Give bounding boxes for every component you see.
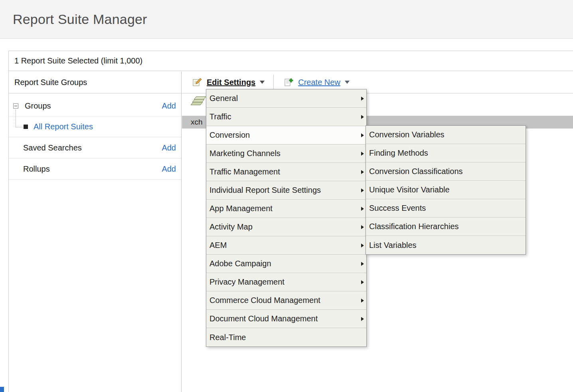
submenu-item-label: List Variables	[369, 241, 417, 250]
menu-item-label: Traffic	[209, 112, 231, 121]
submenu-item-label: Classification Hierarchies	[369, 222, 459, 231]
report-suite-name: xch	[191, 118, 203, 127]
menu-item-label: AEM	[209, 241, 227, 250]
submenu-item-label: Finding Methods	[369, 148, 428, 158]
menu-item-individual-report-suite-settings[interactable]: Individual Report Suite Settings	[206, 181, 366, 200]
create-new-icon	[284, 78, 293, 87]
menu-item-commerce-cloud-management[interactable]: Commerce Cloud Management	[206, 291, 366, 310]
report-suite-stack-icon	[190, 96, 207, 107]
menu-item-traffic[interactable]: Traffic	[206, 108, 366, 126]
submenu-arrow-icon	[361, 188, 364, 192]
submenu-item-conversion-variables[interactable]: Conversion Variables	[366, 126, 526, 144]
menu-item-label: Traffic Management	[209, 167, 280, 176]
menu-item-marketing-channels[interactable]: Marketing Channels	[206, 145, 366, 163]
menu-item-label: Privacy Management	[209, 277, 285, 287]
menu-item-traffic-management[interactable]: Traffic Management	[206, 163, 366, 181]
sidebar-row-rollups: Rollups Add	[9, 158, 181, 180]
edit-settings-button[interactable]: Edit Settings	[193, 78, 265, 87]
menu-item-label: Marketing Channels	[209, 149, 281, 158]
menu-item-activity-map[interactable]: Activity Map	[206, 218, 366, 236]
menu-item-label: Activity Map	[209, 222, 253, 232]
create-new-button[interactable]: Create New	[284, 78, 350, 87]
app-header: Report Suite Manager	[0, 0, 573, 39]
all-report-suites-link[interactable]: All Report Suites	[34, 122, 93, 131]
submenu-item-label: Success Events	[369, 204, 426, 213]
submenu-arrow-icon	[361, 207, 364, 211]
create-new-label: Create New	[298, 78, 340, 87]
submenu-arrow-icon	[361, 244, 364, 247]
conversion-submenu: Conversion Variables Finding Methods Con…	[366, 125, 526, 255]
menu-item-label: General	[209, 94, 238, 103]
submenu-arrow-icon	[361, 97, 364, 101]
sidebar-row-saved-searches: Saved Searches Add	[9, 137, 181, 158]
menu-item-label: Real-Time	[209, 333, 246, 342]
sidebar-header-label: Report Suite Groups	[14, 78, 87, 87]
submenu-item-conversion-classifications[interactable]: Conversion Classifications	[366, 162, 526, 181]
submenu-arrow-icon	[361, 170, 364, 174]
submenu-arrow-icon	[361, 317, 364, 321]
menu-item-document-cloud-management[interactable]: Document Cloud Management	[206, 310, 366, 328]
add-saved-search-link[interactable]: Add	[162, 143, 176, 152]
submenu-arrow-icon	[361, 299, 364, 303]
selection-status-bar: 1 Report Suite Selected (limit 1,000)	[9, 51, 573, 71]
submenu-arrow-icon	[361, 115, 364, 119]
groups-label: Groups	[25, 101, 51, 111]
submenu-item-success-events[interactable]: Success Events	[366, 199, 526, 218]
page-title: Report Suite Manager	[13, 12, 147, 27]
submenu-arrow-icon	[361, 152, 364, 156]
submenu-item-classification-hierarchies[interactable]: Classification Hierarchies	[366, 218, 526, 236]
menu-item-label: Conversion	[209, 131, 250, 140]
edit-settings-menu: General Traffic Conversion Marketing Cha…	[206, 89, 367, 347]
menu-item-real-time[interactable]: Real-Time	[206, 328, 366, 346]
submenu-arrow-icon	[361, 225, 364, 229]
submenu-item-label: Conversion Variables	[369, 130, 445, 139]
cropped-blue-element	[0, 387, 4, 392]
add-group-link[interactable]: Add	[162, 101, 176, 111]
menu-item-privacy-management[interactable]: Privacy Management	[206, 273, 366, 291]
edit-settings-label: Edit Settings	[207, 78, 255, 87]
add-rollup-link[interactable]: Add	[162, 164, 176, 174]
menu-item-app-management[interactable]: App Management	[206, 200, 366, 218]
submenu-item-finding-methods[interactable]: Finding Methods	[366, 144, 526, 162]
menu-item-label: Commerce Cloud Management	[209, 296, 320, 305]
sidebar-row-all-report-suites[interactable]: All Report Suites	[9, 117, 181, 137]
tree-node-icon	[24, 125, 28, 129]
report-suite-groups-sidebar: Report Suite Groups Groups Add All Repor…	[9, 71, 182, 392]
menu-item-label: Individual Report Suite Settings	[209, 186, 321, 195]
menu-item-label: Document Cloud Management	[209, 314, 318, 323]
selection-status-text: 1 Report Suite Selected (limit 1,000)	[14, 56, 142, 65]
submenu-item-list-variables[interactable]: List Variables	[366, 236, 526, 254]
menu-item-aem[interactable]: AEM	[206, 236, 366, 255]
submenu-item-unique-visitor-variable[interactable]: Unique Visitor Variable	[366, 181, 526, 199]
sidebar-row-groups: Groups Add	[9, 96, 181, 117]
submenu-item-label: Unique Visitor Variable	[369, 185, 450, 194]
menu-item-adobe-campaign[interactable]: Adobe Campaign	[206, 255, 366, 273]
submenu-arrow-icon	[361, 280, 364, 284]
menu-item-label: App Management	[209, 204, 273, 213]
create-new-caret-icon	[345, 81, 350, 84]
submenu-arrow-icon	[361, 133, 364, 137]
sidebar-header: Report Suite Groups	[9, 71, 181, 93]
edit-settings-icon	[193, 78, 202, 87]
menu-item-conversion[interactable]: Conversion	[206, 126, 366, 145]
rollups-label: Rollups	[23, 164, 50, 174]
edit-settings-caret-icon	[260, 81, 265, 84]
menu-item-label: Adobe Campaign	[209, 259, 271, 268]
saved-searches-label: Saved Searches	[23, 143, 82, 152]
submenu-item-label: Conversion Classifications	[369, 167, 463, 176]
menu-item-general[interactable]: General	[206, 89, 366, 108]
collapse-expander-icon[interactable]	[13, 103, 18, 109]
submenu-arrow-icon	[361, 262, 364, 266]
toolbar-divider	[273, 75, 274, 90]
